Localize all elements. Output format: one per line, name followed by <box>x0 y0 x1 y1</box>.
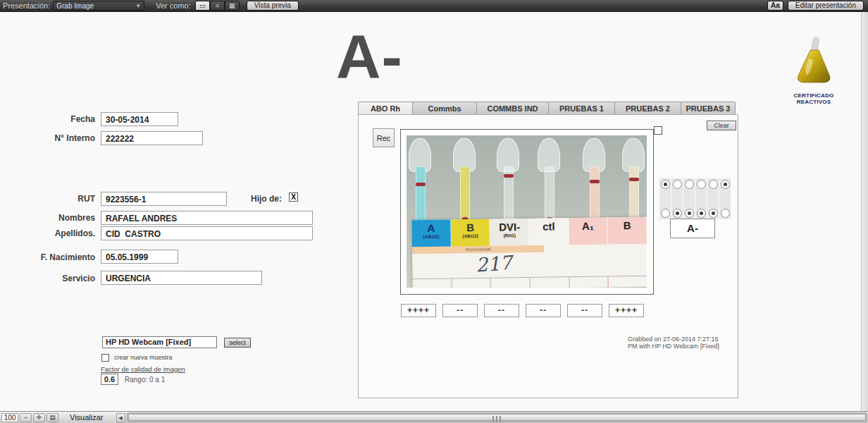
rut-label: RUT <box>28 194 95 204</box>
radio-column-1 <box>659 178 671 219</box>
result-button-5[interactable]: -- <box>567 304 602 317</box>
grabbed-line1: Grabbed on 27-06-2014 7:27:15 <box>628 336 738 343</box>
preview-button[interactable]: Vista previa <box>247 1 299 11</box>
layout-dropdown[interactable]: Grab Image ▼ <box>53 1 144 11</box>
webcam-device-field[interactable]: HP HD Webcam [Fixed] <box>102 336 217 348</box>
reaction-results-row: ++++ -- -- -- -- ++++ <box>401 304 644 317</box>
result-button-4[interactable]: -- <box>526 304 561 317</box>
result-button-1[interactable]: ++++ <box>401 304 436 317</box>
certificado-reactivos-button[interactable] <box>788 36 840 91</box>
fecha-field[interactable]: 30-05-2014 <box>101 112 178 126</box>
radio-positive-1[interactable] <box>661 180 670 189</box>
scroll-left-button[interactable]: ◀ <box>116 413 125 422</box>
tab-pruebas-2[interactable]: PRUEBAS 2 <box>614 102 681 115</box>
card-cell <box>569 276 609 288</box>
result-button-2[interactable]: -- <box>442 304 478 317</box>
rut-field[interactable]: 9223556-1 <box>101 192 227 206</box>
layout-dropdown-value: Grab Image <box>56 2 135 10</box>
radio-positive-6[interactable] <box>721 180 730 189</box>
record-content: A- CERTIFICADO REACTIVOS Fecha 30 <box>0 12 861 411</box>
table-view-icon: ▦ <box>229 2 235 9</box>
tab-commbs[interactable]: Commbs <box>412 102 477 115</box>
reagent-label-4: ctl <box>529 218 569 245</box>
radio-positive-4[interactable] <box>697 180 706 189</box>
card-cell <box>609 276 647 288</box>
zoom-in-button[interactable]: ✛ <box>33 413 45 422</box>
agglutination-band <box>504 174 514 178</box>
select-webcam-button[interactable]: select <box>224 338 251 348</box>
zoom-level-field[interactable]: 100 <box>1 413 18 422</box>
result-button-6[interactable]: ++++ <box>609 304 644 317</box>
table-view-button[interactable]: ▦ <box>225 1 240 11</box>
horizontal-scrollbar[interactable] <box>127 412 868 422</box>
reagent-label-2: B(ABO2) <box>451 219 490 247</box>
grabbed-image-frame: A(ABO1)B(ABO2)DVI-(RH1)ctlA₁B monoclonal… <box>400 129 654 295</box>
blood-type-heading: A- <box>336 25 403 88</box>
tube-liquid <box>416 166 426 223</box>
view-mode-group: ▭ ≡ ▦ <box>195 1 240 11</box>
tab-abo-rh[interactable]: ABO Rh <box>358 102 413 115</box>
radio-negative-5[interactable] <box>709 209 718 218</box>
hijo-de-label: Hijo de: <box>215 194 282 204</box>
nombres-field[interactable]: RAFAEL ANDRES <box>101 211 313 225</box>
certificado-reactivos-label: CERTIFICADO REACTIVOS <box>777 92 850 105</box>
edit-layout-button[interactable]: Editar presentación <box>788 1 864 11</box>
list-view-button[interactable]: ≡ <box>210 1 225 11</box>
radio-negative-6[interactable] <box>721 209 730 218</box>
card-cell <box>530 277 569 288</box>
agglutination-radio-grid <box>659 178 731 219</box>
format-button[interactable]: Aa <box>767 1 783 11</box>
clear-button[interactable]: Clear <box>707 121 736 130</box>
blood-type-result-field[interactable]: A- <box>670 219 715 238</box>
tube-liquid <box>545 166 554 223</box>
left-arrow-icon: ◀ <box>118 415 122 420</box>
tab-commbs-ind[interactable]: COMMBS IND <box>476 102 549 115</box>
tube-liquid <box>460 166 470 223</box>
servicio-label: Servicio <box>28 274 95 283</box>
quality-factor-field[interactable]: 0.6 <box>101 374 118 385</box>
tube-photo[interactable]: A(ABO1)B(ABO2)DVI-(RH1)ctlA₁B monoclonal… <box>407 135 647 288</box>
servicio-field[interactable]: URGENCIA <box>101 271 262 285</box>
apellidos-field[interactable]: CID CASTRO <box>101 226 313 240</box>
toggle-statusbar-button[interactable]: ▤ <box>46 413 58 422</box>
result-button-3[interactable]: -- <box>484 304 519 317</box>
crear-nueva-muestra-checkbox[interactable] <box>101 354 109 362</box>
card-cell <box>452 278 491 288</box>
zoom-out-button[interactable]: − <box>20 413 32 422</box>
radio-positive-5[interactable] <box>709 180 718 189</box>
grabbed-line2: PM with HP HD Webcam [Fixed] <box>628 343 738 350</box>
card-cell <box>491 278 531 288</box>
tab-pruebas-1[interactable]: PRUEBAS 1 <box>548 102 615 115</box>
radio-positive-3[interactable] <box>685 180 694 189</box>
nacimiento-field[interactable]: 05.05.1999 <box>101 250 178 264</box>
nacimiento-label: F. Nacimiento <box>28 252 95 262</box>
agglutination-band <box>629 178 639 181</box>
tube-row <box>407 138 647 230</box>
nombres-label: Nombres <box>28 213 95 223</box>
test-tube-1 <box>408 138 433 228</box>
radio-positive-2[interactable] <box>673 180 682 189</box>
radio-negative-1[interactable] <box>661 209 670 218</box>
tab-pruebas-3[interactable]: PRUEBAS 3 <box>681 102 736 115</box>
radio-column-2 <box>671 178 683 219</box>
form-view-button[interactable]: ▭ <box>195 1 210 11</box>
radio-negative-4[interactable] <box>697 209 706 218</box>
tube-liquid <box>629 166 639 223</box>
vertical-scrollbar[interactable] <box>861 12 868 411</box>
radio-negative-2[interactable] <box>673 209 682 218</box>
test-tube-2 <box>452 138 478 228</box>
reagent-label-6: B <box>608 217 647 245</box>
interno-field[interactable]: 222222 <box>101 131 203 145</box>
quality-factor-label: Factor de calidad de imagen <box>101 365 185 373</box>
card-cell <box>412 279 452 288</box>
test-tabs: ABO Rh Commbs COMMBS IND PRUEBAS 1 PRUEB… <box>358 102 735 115</box>
agglutination-band <box>416 183 426 186</box>
panel-checkbox[interactable] <box>654 126 662 135</box>
hijo-de-checkbox[interactable]: X <box>289 192 298 202</box>
scrollbar-thumb[interactable] <box>128 414 867 421</box>
abo-rh-panel: Rec Clear A(ABO1)B(ABO2)DVI-(RH1)ctlA₁B … <box>358 114 738 398</box>
form-view-icon: ▭ <box>199 2 206 9</box>
radio-negative-3[interactable] <box>685 209 694 218</box>
rec-button[interactable]: Rec <box>373 128 395 147</box>
certificate-line2: REACTIVOS <box>777 99 850 105</box>
